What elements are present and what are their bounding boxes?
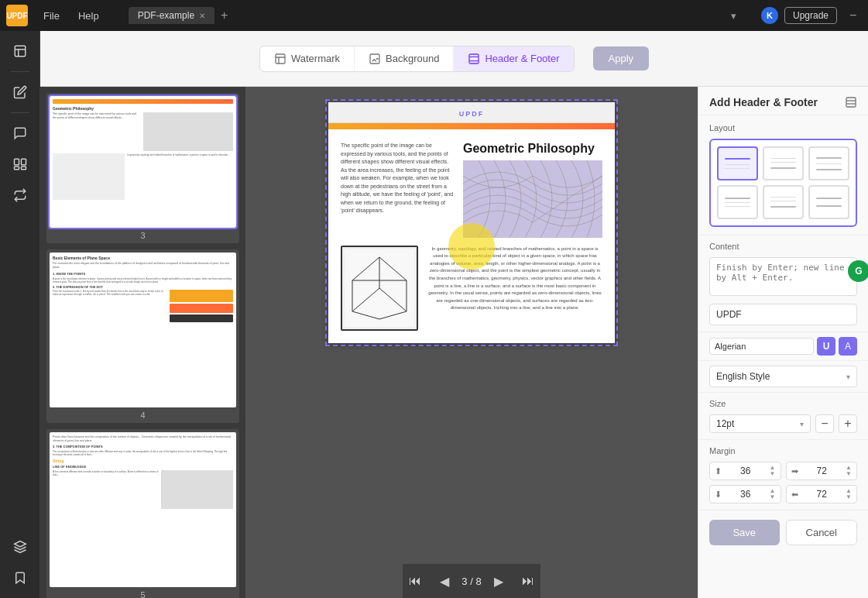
sidebar-pages-icon[interactable] (6, 37, 34, 65)
sidebar-organize-icon[interactable] (6, 150, 34, 178)
page-number-4: 4 (50, 411, 236, 420)
page-thumb-4[interactable]: Basic Elements of Plane Space For centur… (46, 249, 239, 423)
size-section: Size 12pt ▾ − + (698, 393, 868, 440)
style-select[interactable]: English Style ▾ (709, 366, 857, 387)
svg-marker-7 (14, 541, 26, 548)
margin-bottom-value: 36 (725, 489, 767, 500)
save-button[interactable]: Save (709, 520, 780, 545)
header-footer-tool[interactable]: Header & Footer (454, 46, 573, 71)
panel-icon (845, 96, 857, 108)
margin-grid: ⬆ 36 ▲ ▼ ➡ 72 ▲ (709, 462, 857, 503)
pages-panel: Geometric Philosophy The specific point … (40, 87, 245, 598)
cancel-button[interactable]: Cancel (786, 520, 858, 545)
size-controls: 12pt ▾ − + (709, 414, 857, 433)
size-label: Size (709, 399, 857, 408)
upgrade-button[interactable]: Upgrade (784, 7, 837, 24)
pdf-image (463, 160, 602, 238)
margin-top-input[interactable]: ⬆ 36 ▲ ▼ (709, 462, 781, 480)
titlebar: UPDF File Help PDF-example ✕ + ▾ K Upgra… (0, 0, 868, 31)
minimize-button[interactable]: − (849, 9, 856, 22)
margin-bottom-down[interactable]: ▼ (770, 494, 776, 500)
right-panel: Add Header & Footer Layout (698, 87, 868, 598)
content-section: Content G UPDF (698, 235, 868, 332)
pdf-body-text: The specific point of the image can be e… (341, 142, 454, 215)
new-tab-button[interactable]: + (214, 9, 234, 22)
sidebar-layers-icon[interactable] (6, 533, 34, 561)
sidebar-convert-icon[interactable] (6, 181, 34, 209)
margin-left-down[interactable]: ▼ (846, 494, 852, 500)
margin-bottom-arrows[interactable]: ▲ ▼ (770, 488, 776, 500)
margin-right-down[interactable]: ▼ (846, 471, 852, 477)
margin-right-arrows[interactable]: ▲ ▼ (846, 465, 852, 477)
menu-bar: File Help (34, 7, 108, 25)
size-increase-button[interactable]: + (839, 414, 857, 433)
sidebar-divider-1 (11, 71, 29, 72)
layout-option-3[interactable] (808, 146, 849, 180)
pdf-page-view: UPDF The specific point of the image can… (328, 102, 615, 343)
svg-rect-8 (276, 54, 285, 64)
margin-top-down[interactable]: ▼ (770, 471, 776, 477)
page-thumb-3[interactable]: Geometric Philosophy The specific point … (46, 93, 239, 243)
margin-bottom-input[interactable]: ⬇ 36 ▲ ▼ (709, 485, 781, 503)
margin-bottom-icon: ⬇ (715, 490, 722, 500)
size-decrease-button[interactable]: − (815, 414, 834, 433)
nav-next-button[interactable]: ▶ (488, 571, 509, 592)
main-content: Watermark Background Header & Footer App… (0, 31, 868, 598)
svg-rect-5 (14, 167, 19, 170)
menu-file[interactable]: File (34, 7, 69, 25)
margin-right-input[interactable]: ➡ 72 ▲ ▼ (786, 462, 858, 480)
tab-close-icon[interactable]: ✕ (199, 12, 205, 20)
nav-first-button[interactable]: ⏮ (403, 571, 427, 591)
layout-option-5[interactable] (763, 185, 804, 219)
background-tool[interactable]: Background (355, 46, 454, 71)
svg-rect-4 (21, 159, 26, 165)
apply-button[interactable]: Apply (593, 46, 650, 70)
nav-prev-button[interactable]: ◀ (434, 571, 455, 592)
grammar-check-button[interactable]: G (848, 260, 868, 282)
style-row: English Style ▾ (698, 361, 868, 393)
menu-help[interactable]: Help (69, 7, 108, 25)
user-avatar: K (761, 7, 778, 24)
layout-label: Layout (709, 123, 857, 132)
margin-right-icon: ➡ (791, 466, 798, 476)
sidebar-divider-2 (11, 112, 29, 113)
layout-option-2[interactable] (763, 146, 804, 180)
layout-option-4[interactable] (717, 185, 758, 219)
pdf-updf-badge: UPDF (459, 110, 485, 118)
svg-rect-10 (469, 54, 479, 64)
watermark-tool[interactable]: Watermark (260, 46, 355, 71)
tab-dropdown-icon[interactable]: ▾ (731, 10, 736, 22)
size-input-wrapper: 12pt ▾ (709, 414, 811, 433)
color-button[interactable]: A (839, 337, 857, 356)
toolbar: Watermark Background Header & Footer App… (40, 31, 868, 87)
margin-left-icon: ⬅ (791, 490, 798, 500)
layout-section: Layout (698, 115, 868, 235)
content-value[interactable]: UPDF (709, 304, 857, 325)
content-textarea[interactable] (709, 257, 857, 296)
size-dropdown-icon: ▾ (800, 420, 804, 428)
margin-top-value: 36 (725, 466, 767, 476)
style-value: English Style (716, 371, 770, 382)
sidebar-comment-icon[interactable] (6, 119, 34, 147)
page-number-3: 3 (50, 231, 236, 240)
sidebar-edit-icon[interactable] (6, 78, 34, 106)
action-buttons: Save Cancel (698, 510, 868, 555)
left-sidebar (0, 31, 40, 598)
margin-left-input[interactable]: ⬅ 72 ▲ ▼ (786, 485, 858, 503)
margin-label: Margin (709, 446, 857, 455)
bold-button[interactable]: U (817, 337, 835, 356)
tab-bar: PDF-example ✕ + (121, 7, 235, 24)
sidebar-bookmark-icon[interactable] (6, 564, 34, 592)
right-panel-header: Add Header & Footer (698, 87, 868, 115)
nav-last-button[interactable]: ⏭ (516, 571, 540, 591)
layout-option-1[interactable] (717, 146, 758, 180)
page-thumb-5[interactable]: Points drive lines because and the compo… (46, 429, 239, 598)
margin-left-arrows[interactable]: ▲ ▼ (846, 488, 852, 500)
font-select[interactable]: Algerian (709, 338, 814, 355)
margin-top-arrows[interactable]: ▲ ▼ (770, 465, 776, 477)
layout-option-6[interactable] (808, 185, 849, 219)
tab-pdf-example[interactable]: PDF-example ✕ (129, 7, 214, 24)
pdf-scroll-area[interactable]: UPDF The specific point of the image can… (245, 87, 698, 564)
svg-rect-3 (14, 159, 19, 165)
margin-right-value: 72 (801, 466, 843, 476)
